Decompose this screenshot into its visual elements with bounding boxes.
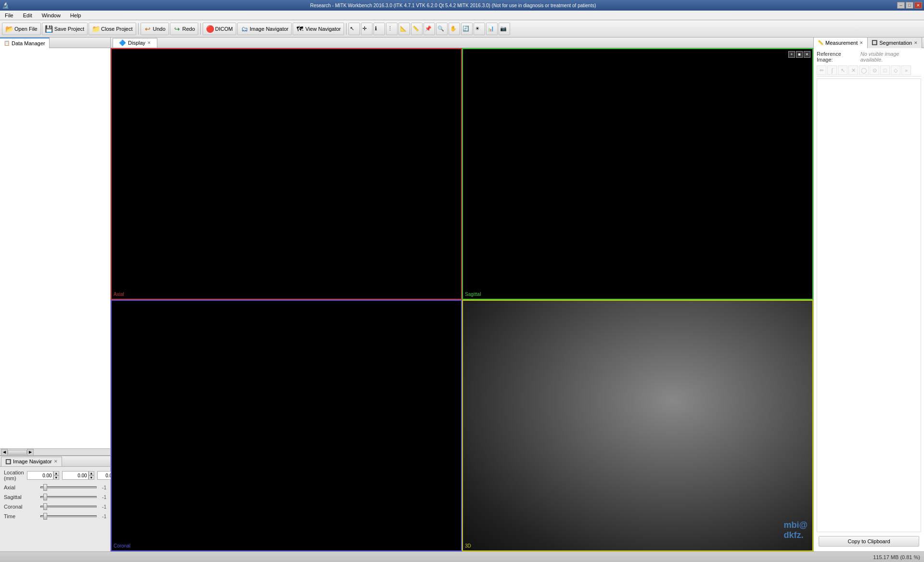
axial-label: Axial	[4, 485, 38, 490]
scroll-thumb[interactable]	[8, 450, 27, 455]
redo-button[interactable]: ↪ Redo	[170, 23, 198, 35]
segmentation-tab-close[interactable]: ✕	[914, 40, 918, 45]
menu-bar: File Edit Window Help	[0, 11, 924, 20]
location-x-spinbox[interactable]: ▲ ▼	[27, 471, 59, 480]
scroll-left-arrow[interactable]: ◀	[1, 449, 8, 456]
draw-arrow-button[interactable]: ↖	[838, 65, 847, 75]
window-controls: – □ ✕	[897, 2, 922, 9]
sagittal-viewer-label: Sagittal	[465, 292, 481, 297]
location-y-up[interactable]: ▲	[89, 471, 94, 475]
data-manager-content	[0, 48, 110, 448]
draw-more-button[interactable]: »	[901, 65, 911, 75]
coronal-viewer-label: Coronal	[114, 543, 130, 549]
drawing-toolbar: ✏ ∫ ↖ ✕ ◯ ⊙ □ ◇ »	[817, 64, 921, 77]
close-project-button[interactable]: 📁 Close Project	[89, 23, 136, 35]
menu-help[interactable]: Help	[67, 12, 84, 19]
undo-button[interactable]: ↩ Undo	[141, 23, 169, 35]
left-panel-scrollbar[interactable]: ◀ ▶	[0, 448, 110, 455]
tool-crosshair[interactable]: ✛	[361, 23, 372, 35]
location-y-spinbox[interactable]: ▲ ▼	[62, 471, 94, 480]
close-button[interactable]: ✕	[914, 2, 922, 9]
location-x-up[interactable]: ▲	[53, 471, 59, 475]
tool-stats[interactable]: 📊	[486, 23, 498, 35]
copy-clipboard-button[interactable]: Copy to Clipboard	[819, 536, 919, 547]
menu-edit[interactable]: Edit	[20, 12, 35, 19]
scroll-right-arrow[interactable]: ▶	[27, 449, 34, 456]
reference-image-row: Reference Image: No visible image availa…	[817, 51, 921, 63]
tool-ruler[interactable]: 📐	[398, 23, 410, 35]
info-icon: ℹ	[375, 26, 377, 32]
sagittal-split-button[interactable]: ■	[796, 51, 803, 58]
display-tab[interactable]: 🔷 Display ✕	[113, 38, 157, 48]
title-bar: 🔬 Research - MITK Workbench 2016.3.0 (IT…	[0, 0, 924, 11]
draw-rect-button[interactable]: □	[880, 65, 890, 75]
menu-window[interactable]: Window	[39, 12, 64, 19]
dicom-label: DICOM	[215, 26, 233, 32]
center-panel: 🔷 Display ✕ Axial + ■ ✕ Sagittal	[111, 38, 813, 551]
image-navigator-icon: 🗂	[241, 25, 248, 33]
axial-slider-container: -1	[40, 484, 106, 491]
draw-pen-button[interactable]: ✏	[817, 65, 826, 75]
image-navigator-button[interactable]: 🗂 Image Navigator	[237, 23, 292, 35]
open-file-button[interactable]: 📂 Open File	[2, 23, 41, 35]
tool-rotate[interactable]: 🔄	[461, 23, 473, 35]
maximize-button[interactable]: □	[906, 2, 913, 9]
undo-icon: ↩	[144, 25, 152, 33]
draw-ellipse-button[interactable]: ◯	[859, 65, 869, 75]
sagittal-close-button[interactable]: ✕	[804, 51, 810, 58]
location-y-down[interactable]: ▼	[89, 475, 94, 480]
tool-pan[interactable]: ✋	[449, 23, 460, 35]
mbi-logo-line1: mbi@	[783, 520, 808, 531]
time-value: -1	[99, 514, 106, 519]
location-y-input[interactable]	[62, 471, 89, 480]
time-thumb[interactable]	[43, 513, 47, 520]
window-level-icon: ☀	[475, 26, 480, 32]
display-tab-close[interactable]: ✕	[147, 40, 151, 45]
axial-viewer-label: Axial	[114, 292, 124, 297]
sagittal-track	[40, 496, 97, 498]
draw-diamond-button[interactable]: ◇	[891, 65, 900, 75]
display-tab-icon: 🔷	[119, 39, 126, 46]
menu-file[interactable]: File	[2, 12, 16, 19]
tool-camera[interactable]: 📷	[499, 23, 510, 35]
dicom-button[interactable]: 🔴 DICOM	[203, 23, 236, 35]
threed-viewer[interactable]: 3D mbi@ dkfz.	[462, 300, 813, 551]
time-slider[interactable]	[40, 513, 97, 520]
redo-icon: ↪	[173, 25, 181, 33]
draw-curve-button[interactable]: ∫	[827, 65, 837, 75]
sagittal-thumb[interactable]	[43, 494, 47, 500]
tool-cursor[interactable]: ↖	[348, 23, 360, 35]
status-bar: 115.17 MB (0.81 %)	[0, 551, 924, 562]
tool-window-level[interactable]: ☀	[474, 23, 485, 35]
tool-extra[interactable]: ⋮	[386, 23, 398, 35]
save-project-button[interactable]: 💾 Save Project	[42, 23, 88, 35]
draw-delete-button[interactable]: ✕	[848, 65, 858, 75]
time-track	[40, 515, 97, 517]
sagittal-add-button[interactable]: +	[788, 51, 795, 58]
sagittal-slider[interactable]	[40, 494, 97, 500]
data-manager-tab[interactable]: 📋 Data Manager	[0, 38, 50, 48]
coronal-thumb[interactable]	[43, 503, 47, 510]
axial-viewer[interactable]: Axial	[111, 48, 462, 300]
location-x-input[interactable]	[27, 471, 53, 480]
tool-info[interactable]: ℹ	[373, 23, 385, 35]
location-x-down[interactable]: ▼	[53, 475, 59, 480]
minimize-button[interactable]: –	[897, 2, 905, 9]
image-navigator-tab[interactable]: 🔲 Image Navigator ✕	[1, 457, 62, 466]
axial-slider[interactable]	[40, 484, 97, 491]
tool-pin[interactable]: 📌	[424, 23, 435, 35]
measurement-tab[interactable]: 📏 Measurement ✕	[814, 38, 868, 48]
coronal-slider[interactable]	[40, 503, 97, 510]
rotate-icon: 🔄	[462, 26, 469, 32]
sagittal-viewer[interactable]: + ■ ✕ Sagittal	[462, 48, 813, 300]
reference-image-label: Reference Image:	[817, 51, 858, 63]
tool-measure[interactable]: 📏	[411, 23, 423, 35]
draw-circle-button[interactable]: ⊙	[870, 65, 879, 75]
tool-zoom[interactable]: 🔍	[436, 23, 448, 35]
view-navigator-button[interactable]: 🗺 View Navigator	[293, 23, 344, 35]
measurement-tab-close[interactable]: ✕	[860, 40, 863, 45]
segmentation-tab[interactable]: 🔲 Segmentation ✕	[868, 38, 922, 48]
image-navigator-close-icon[interactable]: ✕	[54, 459, 58, 464]
coronal-viewer[interactable]: Coronal	[111, 300, 462, 551]
axial-thumb[interactable]	[43, 484, 47, 491]
